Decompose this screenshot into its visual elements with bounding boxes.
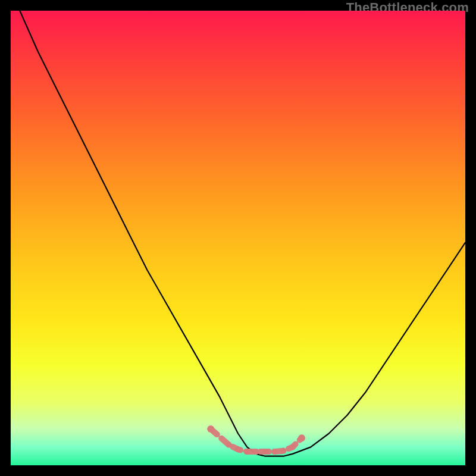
svg-point-9 xyxy=(298,434,305,441)
highlight-dots xyxy=(207,425,305,455)
curve-svg xyxy=(11,11,465,465)
svg-point-4 xyxy=(253,449,259,455)
svg-point-1 xyxy=(226,442,232,448)
svg-point-3 xyxy=(244,449,250,455)
svg-point-0 xyxy=(207,425,214,433)
svg-point-2 xyxy=(235,446,241,452)
svg-point-8 xyxy=(290,444,296,450)
bottleneck-curve xyxy=(20,11,465,456)
svg-point-5 xyxy=(262,449,268,455)
svg-point-6 xyxy=(271,449,277,455)
chart-frame: TheBottleneck.com xyxy=(0,0,476,476)
svg-point-7 xyxy=(280,448,286,454)
plot-area xyxy=(11,11,465,465)
